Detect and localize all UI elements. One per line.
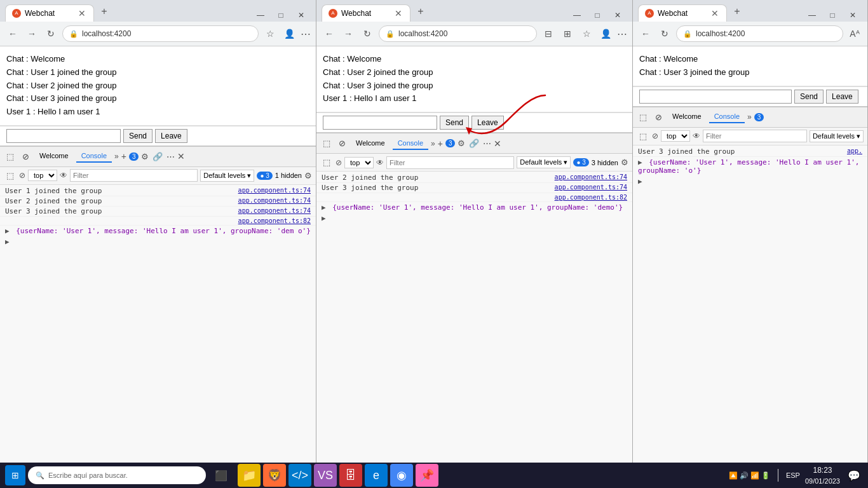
leave-btn-3[interactable]: Leave — [826, 90, 858, 104]
console-link-2-2[interactable]: app.component.ts:82 — [555, 194, 627, 201]
devtools-close-1[interactable]: ✕ — [177, 151, 185, 161]
back-btn-2[interactable]: ← — [322, 26, 337, 41]
chat-input-2[interactable] — [323, 116, 437, 130]
tab-welcome-3[interactable]: Welcome — [667, 111, 707, 123]
tab-console-3[interactable]: Console — [709, 111, 745, 123]
devtools-close-2[interactable]: ✕ — [494, 139, 501, 149]
top-selector-1[interactable]: top — [28, 170, 57, 181]
star-btn-3[interactable]: Aᴬ — [847, 26, 862, 41]
eye-icon-1[interactable]: 👁 — [60, 171, 67, 180]
console-link-3-0[interactable]: app. — [847, 147, 862, 156]
send-btn-1[interactable]: Send — [123, 129, 153, 143]
tab-console-1[interactable]: Console — [76, 150, 112, 163]
refresh-btn-1[interactable]: ↻ — [43, 26, 58, 41]
close-btn-2[interactable]: ✕ — [608, 9, 627, 22]
add-tab-1[interactable]: + — [121, 151, 126, 161]
tab-webchat-1[interactable]: A Webchat ✕ — [5, 4, 94, 22]
files-app[interactable]: 📁 — [238, 464, 261, 487]
tab-webchat-2[interactable]: A Webchat ✕ — [322, 4, 410, 22]
console-gear-2[interactable]: ⚙ — [621, 158, 628, 167]
level-select-2[interactable]: Default levels ▾ — [517, 156, 571, 168]
forward-btn-1[interactable]: → — [24, 26, 39, 41]
chrome-app[interactable]: ◉ — [390, 464, 413, 487]
top-selector-2[interactable]: top — [344, 157, 374, 168]
tab-console-2[interactable]: Console — [393, 137, 428, 150]
no-entry-icon-1[interactable]: ⊘ — [19, 150, 32, 163]
brave-app[interactable]: 🦁 — [263, 464, 286, 487]
gear-icon-2[interactable]: ⚙ — [458, 139, 465, 148]
no-entry-icon-3[interactable]: ⊘ — [652, 111, 665, 123]
vs-app[interactable]: VS — [314, 464, 337, 487]
back-btn-1[interactable]: ← — [5, 26, 20, 41]
maximize-btn-2[interactable]: □ — [588, 9, 607, 22]
maximize-btn-3[interactable]: □ — [823, 9, 842, 22]
address-bar-2[interactable]: 🔒 localhost:4200 — [379, 25, 537, 42]
tab-close-1[interactable]: ✕ — [78, 8, 86, 18]
link-icon-1[interactable]: 🔗 — [151, 150, 164, 163]
eye-icon-2[interactable]: 👁 — [376, 158, 384, 167]
inspect-icon-3[interactable]: ⬚ — [637, 111, 649, 123]
sql-app[interactable]: 🗄 — [339, 464, 362, 487]
address-bar-3[interactable]: 🔒 localhost:4200 — [676, 25, 843, 42]
close-btn-3[interactable]: ✕ — [843, 9, 862, 22]
console-link-1-3[interactable]: app.component.ts:82 — [238, 217, 311, 224]
task-view-btn[interactable]: ⬛ — [212, 466, 230, 484]
toggle-arr-1[interactable]: ▶ — [5, 238, 10, 246]
console-gear-1[interactable]: ⚙ — [304, 171, 312, 180]
forward-btn-2[interactable]: → — [341, 26, 356, 41]
minimize-btn-1[interactable]: — — [251, 9, 270, 22]
minimize-btn-2[interactable]: — — [567, 9, 587, 22]
no-entry-2-3[interactable]: ⊘ — [652, 132, 658, 140]
star-btn-2[interactable]: ☆ — [579, 26, 594, 41]
minimize-btn-3[interactable]: — — [803, 9, 822, 22]
dots-icon-1[interactable]: ⋯ — [166, 152, 175, 161]
console-link-2-1[interactable]: app.component.ts:74 — [555, 184, 627, 192]
new-tab-btn-3[interactable]: + — [728, 3, 746, 20]
top-selector-3[interactable]: top — [661, 130, 690, 142]
tab-webchat-3[interactable]: A Webchat ✕ — [638, 4, 727, 22]
profile-btn-1[interactable]: 👤 — [281, 26, 297, 41]
level-select-3[interactable]: Default levels ▾ — [810, 130, 864, 142]
toggle-2[interactable]: ▶ — [322, 203, 326, 212]
maximize-btn-1[interactable]: □ — [271, 9, 290, 22]
tab-welcome-2[interactable]: Welcome — [351, 137, 390, 150]
close-btn-1[interactable]: ✕ — [292, 9, 311, 22]
filter-input-1[interactable] — [70, 169, 198, 182]
toggle-arr-2[interactable]: ▶ — [322, 214, 326, 222]
inspect-icon-2[interactable]: ⬚ — [320, 137, 333, 150]
no-entry-2-1[interactable]: ⊘ — [19, 171, 25, 180]
gear-icon-1[interactable]: ⚙ — [141, 152, 149, 161]
pin-app[interactable]: 📌 — [416, 464, 438, 487]
edge-app[interactable]: e — [365, 464, 388, 487]
console-link-1-2[interactable]: app.component.ts:74 — [238, 207, 311, 215]
inspect-icon-1[interactable]: ⬚ — [4, 150, 17, 163]
menu-btn-2[interactable]: ⋯ — [617, 28, 627, 40]
tab-close-2[interactable]: ✕ — [395, 8, 402, 18]
add-tab-2[interactable]: + — [438, 139, 443, 149]
chat-input-3[interactable] — [639, 90, 792, 104]
more-tabs-1[interactable]: » — [114, 152, 119, 161]
console-link-2-0[interactable]: app.component.ts:74 — [555, 173, 627, 182]
refresh-btn-2[interactable]: ↻ — [360, 26, 375, 41]
console-link-1-1[interactable]: app.component.ts:74 — [238, 197, 311, 205]
star-btn-1[interactable]: ☆ — [262, 26, 278, 41]
vscode-app[interactable]: </> — [288, 464, 311, 487]
menu-btn-1[interactable]: ⋯ — [301, 28, 311, 40]
link-icon-2[interactable]: 🔗 — [468, 137, 480, 150]
grid-btn-2[interactable]: ⊞ — [560, 26, 575, 41]
toggle-3[interactable]: ▶ — [638, 158, 642, 166]
devices-btn-2[interactable]: ⊟ — [541, 26, 556, 41]
profile-btn-2[interactable]: 👤 — [598, 26, 613, 41]
eye-icon-3[interactable]: 👁 — [693, 132, 700, 140]
address-bar-1[interactable]: 🔒 localhost:4200 — [62, 25, 259, 42]
level-select-1[interactable]: Default levels ▾ — [200, 170, 254, 182]
send-btn-2[interactable]: Send — [440, 116, 469, 130]
console-inspect-2[interactable]: ⬚ — [320, 156, 333, 169]
dots-icon-2[interactable]: ⋯ — [483, 139, 491, 148]
leave-btn-2[interactable]: Leave — [471, 116, 504, 130]
notification-btn[interactable]: 💬 — [845, 466, 863, 484]
toggle-arr-3[interactable]: ▶ — [638, 177, 642, 186]
no-entry-icon-2[interactable]: ⊘ — [336, 137, 348, 150]
filter-input-3[interactable] — [703, 130, 807, 142]
more-tabs-2[interactable]: » — [431, 139, 435, 148]
